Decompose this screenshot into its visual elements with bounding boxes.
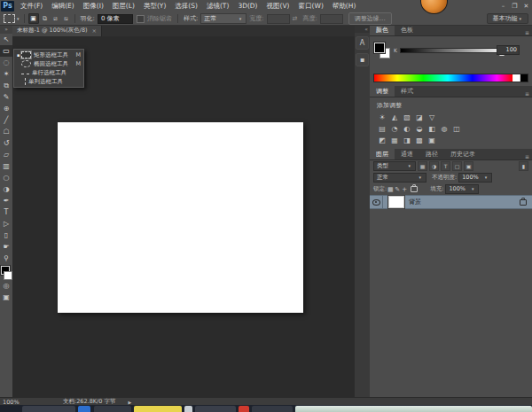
flyout-item-elliptical-marquee[interactable]: 椭圆选框工具 M xyxy=(14,59,83,68)
hand-tool[interactable]: ☛ xyxy=(0,241,12,253)
levels-icon[interactable]: ◭ xyxy=(389,113,400,122)
eyedropper-tool[interactable]: ✎ xyxy=(0,91,12,103)
workspace-switcher-button[interactable]: 基本功能 ▾ xyxy=(487,13,528,24)
blur-tool[interactable]: ○ xyxy=(0,172,12,183)
status-options-arrow-icon[interactable]: ▶ xyxy=(128,400,131,405)
menu-3d[interactable]: 3D(D) xyxy=(233,0,262,12)
channel-mixer-icon[interactable]: ◧ xyxy=(426,124,437,134)
color-spectrum-ramp[interactable] xyxy=(373,74,528,82)
toolbar-collapse-icon[interactable]: » xyxy=(0,25,12,34)
taskbar-button[interactable] xyxy=(134,406,182,412)
restore-button[interactable]: ❐ xyxy=(509,0,520,12)
layer-thumbnail[interactable] xyxy=(388,196,404,208)
hue-saturation-icon[interactable]: ▤ xyxy=(377,124,387,134)
filter-shape-layers-icon[interactable]: ▢ xyxy=(452,161,462,171)
feather-input[interactable]: 0 像素 xyxy=(98,14,133,24)
path-selection-tool[interactable]: ▷ xyxy=(0,218,12,229)
photo-filter-icon[interactable]: ◒ xyxy=(414,124,425,134)
menu-edit[interactable]: 编辑(E) xyxy=(47,0,79,12)
rectangular-marquee-tool[interactable]: ▭ xyxy=(0,45,12,57)
marquee-tool-preset-icon[interactable] xyxy=(4,14,15,23)
taskbar-button[interactable] xyxy=(252,406,293,412)
curves-icon[interactable]: ▧ xyxy=(402,113,412,122)
fill-input[interactable]: 100% ▾ xyxy=(445,184,479,194)
dock-collapse-icon[interactable]: « xyxy=(355,25,370,33)
tool-preset-dropdown-icon[interactable]: ▾ xyxy=(17,16,20,21)
menu-help[interactable]: 帮助(H) xyxy=(328,0,361,12)
panel-menu-icon[interactable]: ≡ xyxy=(525,29,529,35)
swatches-panel-icon[interactable]: ▪ xyxy=(356,53,369,66)
lock-transparency-icon[interactable]: ▦ xyxy=(387,186,394,193)
flyout-item-rectangular-marquee[interactable]: ▪ 矩形选框工具 M xyxy=(14,51,83,59)
panel-foreground-swatch[interactable] xyxy=(374,43,385,53)
character-panel-icon[interactable]: A xyxy=(356,36,369,50)
tab-layers[interactable]: 图层 xyxy=(370,149,395,159)
filter-adjustment-layers-icon[interactable]: ◑ xyxy=(429,161,439,171)
zoom-tool[interactable]: ⚲ xyxy=(0,253,12,264)
taskbar-button[interactable] xyxy=(78,406,90,412)
style-select[interactable]: 正常 ▾ xyxy=(200,13,246,24)
brightness-contrast-icon[interactable]: ☀ xyxy=(377,113,387,122)
new-selection-mode-icon[interactable]: ▣ xyxy=(28,13,39,24)
layer-visibility-cell[interactable] xyxy=(370,196,383,208)
menu-image[interactable]: 图像(I) xyxy=(79,0,108,12)
swap-dimensions-icon[interactable]: ⇄ xyxy=(293,15,298,22)
taskbar-button[interactable] xyxy=(184,406,192,412)
filter-type-layers-icon[interactable]: T xyxy=(441,161,450,171)
menu-layer[interactable]: 图层(L) xyxy=(108,0,139,12)
flyout-item-single-column-marquee[interactable]: 单列选框工具 xyxy=(14,77,83,86)
brush-tool[interactable]: ╱ xyxy=(0,114,12,126)
k-value-input[interactable]: 100 xyxy=(497,45,520,55)
tab-channels[interactable]: 通道 xyxy=(395,149,419,159)
eraser-tool[interactable]: ▱ xyxy=(0,149,12,160)
quick-selection-tool[interactable]: ✶ xyxy=(0,68,12,80)
tab-history[interactable]: 历史记录 xyxy=(444,149,481,159)
filter-smart-objects-icon[interactable]: ▣ xyxy=(464,161,473,171)
posterize-icon[interactable]: ◩ xyxy=(377,136,387,145)
dodge-tool[interactable]: ◑ xyxy=(0,183,12,195)
clone-stamp-tool[interactable]: ☖ xyxy=(0,126,12,137)
menu-window[interactable]: 窗口(W) xyxy=(294,0,328,12)
tab-adjustments[interactable]: 调整 xyxy=(370,86,395,97)
add-selection-mode-icon[interactable]: ⧉ xyxy=(41,14,50,23)
lock-pixels-icon[interactable]: ✎ xyxy=(394,186,401,193)
exposure-icon[interactable]: ◪ xyxy=(414,113,425,122)
menu-filter[interactable]: 滤镜(T) xyxy=(202,0,233,12)
layer-filter-select[interactable]: 类型 ▾ xyxy=(373,161,416,171)
menu-type[interactable]: 类型(Y) xyxy=(139,0,170,12)
tab-styles[interactable]: 样式 xyxy=(395,86,419,97)
document-tab[interactable]: 未标题-1 @ 100%(灰色/8) × xyxy=(12,25,102,36)
subtract-selection-mode-icon[interactable]: ⧄ xyxy=(51,14,60,23)
document-tab-close-icon[interactable]: × xyxy=(92,27,97,35)
color-lookup-icon[interactable]: ◍ xyxy=(439,124,450,134)
gradient-map-icon[interactable]: ◨ xyxy=(402,136,412,145)
background-color-swatch[interactable] xyxy=(4,271,12,280)
move-tool[interactable]: ↖ xyxy=(0,34,12,45)
lock-all-icon[interactable] xyxy=(411,186,418,192)
shape-tool[interactable]: ▯ xyxy=(0,229,12,241)
screen-mode-button[interactable]: ▣ xyxy=(0,292,12,303)
taskbar-button[interactable] xyxy=(22,406,75,412)
vibrance-icon[interactable]: ▽ xyxy=(426,113,437,122)
canvas-area[interactable]: 未标题-1 @ 100%(灰色/8) × ▪ 矩形选框工具 M 椭圆选框工具 M xyxy=(12,25,355,397)
taskbar-button[interactable] xyxy=(239,406,249,412)
color-balance-icon[interactable]: ◔ xyxy=(389,124,400,134)
layer-row-background[interactable]: 背景 xyxy=(370,195,532,209)
k-slider-track[interactable] xyxy=(400,48,506,53)
menu-view[interactable]: 视图(V) xyxy=(262,0,294,12)
quick-mask-button[interactable]: ◎ xyxy=(0,280,12,292)
selective-color-icon[interactable]: ▩ xyxy=(414,136,425,145)
lock-position-icon[interactable]: + xyxy=(401,186,408,193)
panel-menu-icon[interactable]: ≡ xyxy=(525,90,529,97)
menu-select[interactable]: 选择(S) xyxy=(170,0,202,12)
foreground-background-swatches[interactable] xyxy=(0,266,12,280)
filter-toggle-icon[interactable]: ▮ xyxy=(519,161,528,171)
panel-color-swatches[interactable] xyxy=(374,43,390,58)
tab-color[interactable]: 颜色 xyxy=(370,25,395,35)
history-brush-tool[interactable]: ↺ xyxy=(0,137,12,149)
taskbar-window-preview[interactable] xyxy=(295,406,532,412)
intersect-selection-mode-icon[interactable]: ⧅ xyxy=(62,14,71,23)
document-canvas[interactable] xyxy=(58,122,303,313)
taskbar-button[interactable] xyxy=(94,406,131,412)
pen-tool[interactable]: ✒ xyxy=(0,195,12,206)
